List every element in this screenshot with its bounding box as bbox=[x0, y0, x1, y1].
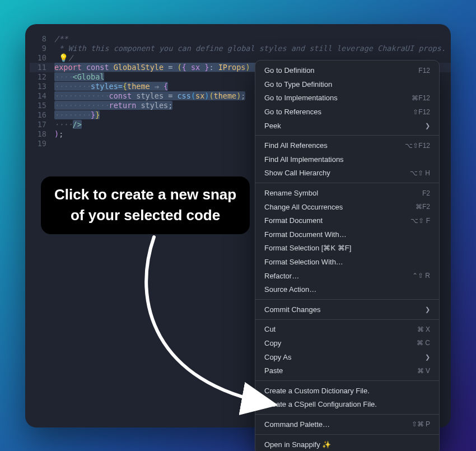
code-line: ); bbox=[54, 129, 63, 139]
menu-item-label: Format Document bbox=[264, 216, 323, 225]
menu-item[interactable]: Cut⌘ X bbox=[255, 323, 439, 337]
code-line: ········}} bbox=[54, 110, 100, 120]
menu-separator bbox=[255, 135, 439, 136]
menu-item-shortcut: ⌘ V bbox=[417, 367, 430, 375]
menu-item-shortcut: ⌘ C bbox=[417, 339, 430, 347]
line-number: 13 bbox=[30, 82, 54, 91]
menu-item-shortcut: ⇧F12 bbox=[413, 108, 430, 116]
menu-item-label: Source Action… bbox=[264, 285, 316, 294]
menu-separator bbox=[255, 183, 439, 183]
menu-item-shortcut: ⇧⌘ P bbox=[412, 420, 430, 428]
menu-item-label: Format Selection [⌘K ⌘F] bbox=[264, 244, 351, 252]
menu-item[interactable]: Create a Custom Dictionary File. bbox=[255, 384, 439, 398]
code-line: ········styles={theme ⇒ { bbox=[54, 82, 168, 91]
menu-item[interactable]: Open in Snappify ✨ bbox=[255, 438, 439, 451]
callout-bubble: Click to create a new snap of your selec… bbox=[41, 176, 250, 234]
chevron-right-icon: ❯ bbox=[425, 122, 430, 129]
context-menu: Go to DefinitionF12Go to Type Definition… bbox=[255, 60, 440, 452]
menu-item-label: Command Palette… bbox=[264, 420, 330, 429]
menu-item-shortcut: F12 bbox=[418, 67, 430, 75]
menu-item[interactable]: Source Action… bbox=[255, 282, 439, 296]
menu-item-shortcut: ⌥⇧ H bbox=[410, 169, 430, 177]
line-number: 10 bbox=[30, 53, 54, 63]
menu-item[interactable]: Go to DefinitionF12 bbox=[255, 64, 439, 78]
menu-item-label: Go to References bbox=[264, 108, 321, 116]
menu-item[interactable]: Go to Type Definition bbox=[255, 77, 439, 91]
menu-item[interactable]: Show Call Hierarchy⌥⇧ H bbox=[255, 166, 439, 180]
menu-separator bbox=[255, 319, 439, 320]
menu-item[interactable]: Go to Implementations⌘F12 bbox=[255, 91, 439, 105]
menu-item-shortcut: ⌥⇧F12 bbox=[405, 142, 430, 150]
menu-item[interactable]: Go to References⇧F12 bbox=[255, 105, 439, 119]
line-number: 9 bbox=[30, 44, 54, 53]
menu-item-shortcut: F2 bbox=[422, 189, 430, 197]
lightbulb-icon: 💡 bbox=[59, 53, 68, 62]
menu-item-label: Refactor… bbox=[264, 272, 299, 280]
menu-item[interactable]: Create a CSpell Configuration File. bbox=[255, 398, 439, 412]
menu-item-label: Rename Symbol bbox=[264, 189, 318, 197]
menu-item-label: Find All Implementations bbox=[264, 155, 344, 164]
menu-item-label: Go to Definition bbox=[264, 66, 315, 75]
menu-item-shortcut: ⌥⇧ F bbox=[410, 217, 430, 225]
line-number: 12 bbox=[30, 72, 54, 82]
menu-item[interactable]: Commit Changes❯ bbox=[255, 303, 439, 317]
code-comment: /** bbox=[54, 34, 68, 44]
menu-item[interactable]: Peek❯ bbox=[255, 119, 439, 133]
menu-item-label: Change All Occurrences bbox=[264, 203, 343, 211]
menu-item[interactable]: Copy⌘ C bbox=[255, 336, 439, 350]
menu-separator bbox=[255, 380, 439, 381]
menu-item[interactable]: Paste⌘ V bbox=[255, 364, 439, 378]
code-line: ····/> bbox=[54, 120, 82, 129]
callout-line: Click to create a new snap bbox=[54, 184, 236, 206]
menu-item-label: Paste bbox=[264, 366, 283, 375]
menu-item[interactable]: Copy As❯ bbox=[255, 350, 439, 364]
menu-item-shortcut: ⌘F2 bbox=[416, 203, 430, 211]
menu-item[interactable]: Refactor…⌃⇧ R bbox=[255, 269, 439, 283]
menu-separator bbox=[255, 434, 439, 435]
menu-item[interactable]: Find All References⌥⇧F12 bbox=[255, 138, 439, 152]
menu-item[interactable]: Format Document With… bbox=[255, 227, 439, 241]
chevron-right-icon: ❯ bbox=[425, 306, 430, 313]
code-line: ············return styles; bbox=[54, 101, 172, 110]
menu-item-label: Create a Custom Dictionary File. bbox=[264, 387, 370, 395]
menu-item-shortcut: ⌃⇧ R bbox=[412, 272, 430, 280]
menu-item-label: Go to Type Definition bbox=[264, 80, 332, 89]
menu-item-label: Commit Changes bbox=[264, 305, 320, 314]
menu-item[interactable]: Command Palette…⇧⌘ P bbox=[255, 417, 439, 431]
menu-item-label: Format Document With… bbox=[264, 230, 347, 239]
menu-item[interactable]: Rename SymbolF2 bbox=[255, 186, 439, 200]
menu-item-label: Copy bbox=[264, 339, 281, 347]
line-number: 15 bbox=[30, 101, 54, 110]
editor-window: 8/** 9 * With this component you can def… bbox=[25, 24, 451, 427]
menu-item-label: Open in Snappify ✨ bbox=[264, 440, 331, 449]
menu-separator bbox=[255, 299, 439, 300]
menu-item-label: Create a CSpell Configuration File. bbox=[264, 400, 377, 408]
menu-item[interactable]: Format Selection [⌘K ⌘F] bbox=[255, 241, 439, 255]
code-line bbox=[54, 139, 59, 148]
code-line: ····<Global bbox=[54, 72, 104, 82]
menu-item-label: Find All References bbox=[264, 141, 328, 150]
line-number: 11 bbox=[30, 63, 54, 72]
menu-item-shortcut: ⌘ X bbox=[417, 326, 430, 333]
line-number: 18 bbox=[30, 129, 54, 139]
menu-separator bbox=[255, 414, 439, 415]
line-number: 8 bbox=[30, 34, 54, 44]
line-number: 16 bbox=[30, 110, 54, 120]
menu-item-shortcut: ⌘F12 bbox=[412, 94, 430, 102]
menu-item[interactable]: Format Selection With… bbox=[255, 255, 439, 269]
code-comment: * With this component you can define glo… bbox=[54, 44, 446, 53]
line-number: 17 bbox=[30, 120, 54, 129]
menu-item-label: Format Selection With… bbox=[264, 258, 343, 266]
callout-line: of your selected code bbox=[54, 205, 236, 226]
line-number: 19 bbox=[30, 139, 54, 148]
menu-item[interactable]: Format Document⌥⇧ F bbox=[255, 213, 439, 227]
menu-item[interactable]: Find All Implementations bbox=[255, 152, 439, 166]
code-comment: 💡/ bbox=[54, 53, 73, 63]
code-line: export const GlobalStyle = ({ sx }: IPro… bbox=[54, 63, 287, 72]
menu-item[interactable]: Change All Occurrences⌘F2 bbox=[255, 200, 439, 214]
line-number: 14 bbox=[30, 91, 54, 101]
menu-item-label: Peek bbox=[264, 122, 281, 130]
menu-item-label: Go to Implementations bbox=[264, 94, 338, 102]
menu-item-label: Cut bbox=[264, 325, 276, 333]
menu-item-label: Show Call Hierarchy bbox=[264, 169, 330, 177]
